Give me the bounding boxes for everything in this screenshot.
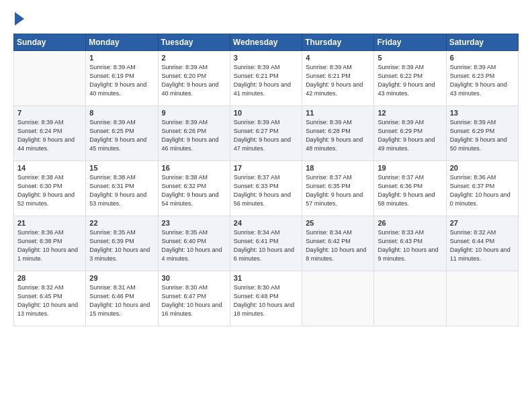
logo-arrow-icon: [15, 12, 24, 26]
calendar-week-2: 14Sunrise: 8:38 AMSunset: 6:30 PMDayligh…: [14, 161, 519, 216]
header: [13, 13, 519, 26]
day-details: Sunrise: 8:35 AMSunset: 6:40 PMDaylight:…: [162, 228, 226, 263]
calendar-header-friday: Friday: [374, 34, 446, 51]
day-number: 13: [450, 109, 515, 117]
calendar-header-tuesday: Tuesday: [158, 34, 230, 51]
page: SundayMondayTuesdayWednesdayThursdayFrid…: [0, 0, 532, 411]
day-number: 21: [17, 219, 82, 227]
day-details: Sunrise: 8:39 AMSunset: 6:26 PMDaylight:…: [162, 118, 226, 153]
day-number: 4: [306, 54, 370, 62]
calendar-cell: 25Sunrise: 8:34 AMSunset: 6:42 PMDayligh…: [302, 216, 374, 271]
day-number: 26: [378, 219, 442, 227]
day-number: 27: [450, 219, 515, 227]
calendar-cell: 17Sunrise: 8:37 AMSunset: 6:33 PMDayligh…: [230, 161, 302, 216]
day-number: 6: [450, 54, 515, 62]
calendar-cell: [14, 51, 86, 106]
day-number: 23: [162, 219, 226, 227]
day-details: Sunrise: 8:32 AMSunset: 6:45 PMDaylight:…: [17, 283, 82, 318]
calendar-header-saturday: Saturday: [446, 34, 518, 51]
day-number: 24: [234, 219, 298, 227]
calendar-cell: 20Sunrise: 8:36 AMSunset: 6:37 PMDayligh…: [446, 161, 518, 216]
day-details: Sunrise: 8:39 AMSunset: 6:27 PMDaylight:…: [234, 118, 298, 153]
day-details: Sunrise: 8:39 AMSunset: 6:29 PMDaylight:…: [450, 118, 515, 153]
calendar-cell: 14Sunrise: 8:38 AMSunset: 6:30 PMDayligh…: [14, 161, 86, 216]
calendar-cell: 15Sunrise: 8:38 AMSunset: 6:31 PMDayligh…: [86, 161, 158, 216]
calendar-week-1: 7Sunrise: 8:39 AMSunset: 6:24 PMDaylight…: [14, 106, 519, 161]
calendar-cell: 12Sunrise: 8:39 AMSunset: 6:29 PMDayligh…: [374, 106, 446, 161]
calendar-cell: 16Sunrise: 8:38 AMSunset: 6:32 PMDayligh…: [158, 161, 230, 216]
day-number: 22: [89, 219, 154, 227]
calendar-cell: 27Sunrise: 8:32 AMSunset: 6:44 PMDayligh…: [446, 216, 518, 271]
logo: [13, 13, 24, 26]
day-number: 16: [162, 164, 226, 172]
day-details: Sunrise: 8:37 AMSunset: 6:35 PMDaylight:…: [306, 173, 370, 208]
calendar-cell: 29Sunrise: 8:31 AMSunset: 6:46 PMDayligh…: [86, 271, 158, 326]
day-details: Sunrise: 8:30 AMSunset: 6:47 PMDaylight:…: [162, 283, 226, 318]
calendar-cell: 24Sunrise: 8:34 AMSunset: 6:41 PMDayligh…: [230, 216, 302, 271]
header-row: SundayMondayTuesdayWednesdayThursdayFrid…: [14, 34, 519, 51]
day-number: 1: [89, 54, 154, 62]
day-number: 31: [234, 274, 298, 282]
day-details: Sunrise: 8:38 AMSunset: 6:30 PMDaylight:…: [17, 173, 82, 208]
day-details: Sunrise: 8:39 AMSunset: 6:21 PMDaylight:…: [234, 63, 298, 98]
day-details: Sunrise: 8:32 AMSunset: 6:44 PMDaylight:…: [450, 228, 515, 263]
day-number: 25: [306, 219, 370, 227]
calendar-cell: 31Sunrise: 8:30 AMSunset: 6:48 PMDayligh…: [230, 271, 302, 326]
calendar-cell: 22Sunrise: 8:35 AMSunset: 6:39 PMDayligh…: [86, 216, 158, 271]
day-number: 19: [378, 164, 442, 172]
day-details: Sunrise: 8:39 AMSunset: 6:21 PMDaylight:…: [306, 63, 370, 98]
day-number: 9: [162, 109, 226, 117]
day-number: 30: [162, 274, 226, 282]
calendar-cell: 8Sunrise: 8:39 AMSunset: 6:25 PMDaylight…: [86, 106, 158, 161]
day-details: Sunrise: 8:39 AMSunset: 6:25 PMDaylight:…: [89, 118, 154, 153]
calendar-week-4: 28Sunrise: 8:32 AMSunset: 6:45 PMDayligh…: [14, 271, 519, 326]
day-number: 10: [234, 109, 298, 117]
day-details: Sunrise: 8:33 AMSunset: 6:43 PMDaylight:…: [378, 228, 442, 263]
day-details: Sunrise: 8:36 AMSunset: 6:38 PMDaylight:…: [17, 228, 82, 263]
calendar-cell: 19Sunrise: 8:37 AMSunset: 6:36 PMDayligh…: [374, 161, 446, 216]
calendar-cell: [302, 271, 374, 326]
day-details: Sunrise: 8:39 AMSunset: 6:24 PMDaylight:…: [17, 118, 82, 153]
calendar-cell: 18Sunrise: 8:37 AMSunset: 6:35 PMDayligh…: [302, 161, 374, 216]
day-details: Sunrise: 8:31 AMSunset: 6:46 PMDaylight:…: [89, 283, 154, 318]
calendar-table: SundayMondayTuesdayWednesdayThursdayFrid…: [13, 34, 519, 326]
day-details: Sunrise: 8:37 AMSunset: 6:33 PMDaylight:…: [234, 173, 298, 208]
calendar-header-wednesday: Wednesday: [230, 34, 302, 51]
day-number: 5: [378, 54, 442, 62]
day-details: Sunrise: 8:34 AMSunset: 6:42 PMDaylight:…: [306, 228, 370, 263]
day-details: Sunrise: 8:37 AMSunset: 6:36 PMDaylight:…: [378, 173, 442, 208]
calendar-cell: 5Sunrise: 8:39 AMSunset: 6:22 PMDaylight…: [374, 51, 446, 106]
day-details: Sunrise: 8:38 AMSunset: 6:31 PMDaylight:…: [89, 173, 154, 208]
day-details: Sunrise: 8:39 AMSunset: 6:29 PMDaylight:…: [378, 118, 442, 153]
calendar-cell: [446, 271, 518, 326]
calendar-cell: 10Sunrise: 8:39 AMSunset: 6:27 PMDayligh…: [230, 106, 302, 161]
day-details: Sunrise: 8:30 AMSunset: 6:48 PMDaylight:…: [234, 283, 298, 318]
calendar-header-thursday: Thursday: [302, 34, 374, 51]
calendar-week-3: 21Sunrise: 8:36 AMSunset: 6:38 PMDayligh…: [14, 216, 519, 271]
calendar-cell: 26Sunrise: 8:33 AMSunset: 6:43 PMDayligh…: [374, 216, 446, 271]
calendar-cell: 30Sunrise: 8:30 AMSunset: 6:47 PMDayligh…: [158, 271, 230, 326]
calendar-cell: 7Sunrise: 8:39 AMSunset: 6:24 PMDaylight…: [14, 106, 86, 161]
day-number: 18: [306, 164, 370, 172]
day-number: 11: [306, 109, 370, 117]
calendar-cell: 1Sunrise: 8:39 AMSunset: 6:19 PMDaylight…: [86, 51, 158, 106]
day-number: 15: [89, 164, 154, 172]
calendar-week-0: 1Sunrise: 8:39 AMSunset: 6:19 PMDaylight…: [14, 51, 519, 106]
day-details: Sunrise: 8:35 AMSunset: 6:39 PMDaylight:…: [89, 228, 154, 263]
day-details: Sunrise: 8:38 AMSunset: 6:32 PMDaylight:…: [162, 173, 226, 208]
day-number: 12: [378, 109, 442, 117]
calendar-cell: [374, 271, 446, 326]
calendar-cell: 21Sunrise: 8:36 AMSunset: 6:38 PMDayligh…: [14, 216, 86, 271]
day-details: Sunrise: 8:36 AMSunset: 6:37 PMDaylight:…: [450, 173, 515, 208]
day-number: 2: [162, 54, 226, 62]
calendar-cell: 28Sunrise: 8:32 AMSunset: 6:45 PMDayligh…: [14, 271, 86, 326]
calendar-cell: 4Sunrise: 8:39 AMSunset: 6:21 PMDaylight…: [302, 51, 374, 106]
calendar-cell: 6Sunrise: 8:39 AMSunset: 6:23 PMDaylight…: [446, 51, 518, 106]
day-details: Sunrise: 8:39 AMSunset: 6:28 PMDaylight:…: [306, 118, 370, 153]
day-number: 20: [450, 164, 515, 172]
calendar-cell: 13Sunrise: 8:39 AMSunset: 6:29 PMDayligh…: [446, 106, 518, 161]
calendar-cell: 2Sunrise: 8:39 AMSunset: 6:20 PMDaylight…: [158, 51, 230, 106]
day-details: Sunrise: 8:34 AMSunset: 6:41 PMDaylight:…: [234, 228, 298, 263]
day-number: 7: [17, 109, 82, 117]
day-number: 3: [234, 54, 298, 62]
